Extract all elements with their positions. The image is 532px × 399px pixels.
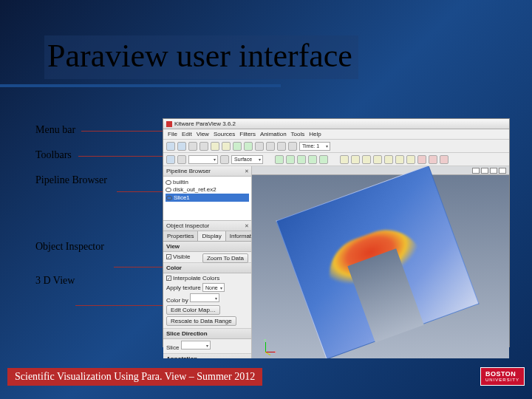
- representation-combo[interactable]: Surface: [231, 155, 263, 164]
- pipeline-item-label: builtin: [173, 179, 188, 185]
- section-annotation: Annotation: [163, 354, 251, 358]
- zoom-to-data-button[interactable]: Zoom To Data: [202, 253, 248, 263]
- rescale-button[interactable]: Rescale to Data Range: [166, 316, 236, 326]
- solid-color-icon[interactable]: [177, 155, 186, 164]
- texture-combo[interactable]: None: [202, 283, 225, 292]
- menu-filters[interactable]: Filters: [239, 131, 256, 137]
- array-combo[interactable]: [188, 155, 218, 164]
- undo-icon[interactable]: [211, 142, 219, 151]
- menu-bar[interactable]: File Edit View Sources Filters Animation…: [163, 129, 509, 140]
- slide-footer: Scientific Visualization Using Para. Vie…: [7, 368, 262, 386]
- slide-title: Paraview user interface: [44, 35, 358, 79]
- slice-icon[interactable]: [362, 155, 371, 164]
- color-legend-icon[interactable]: [166, 155, 175, 164]
- pipeline-item[interactable]: disk_out_ref.ex2: [166, 186, 249, 193]
- visible-checkbox[interactable]: [166, 254, 171, 259]
- rescale-icon[interactable]: [220, 155, 229, 164]
- menu-animation[interactable]: Animation: [260, 131, 287, 137]
- logo-sub: UNIVERSITY: [485, 378, 519, 382]
- visibility-icon[interactable]: [166, 188, 171, 192]
- glyph-icon[interactable]: [384, 155, 393, 164]
- time-combo[interactable]: Time: 1: [299, 142, 330, 151]
- maximize-icon[interactable]: [490, 168, 497, 174]
- window-titlebar[interactable]: Kitware ParaView 3.6.2: [163, 119, 509, 129]
- pipeline-item-label: disk_out_ref.ex2: [173, 186, 216, 193]
- save-icon[interactable]: [177, 142, 186, 151]
- clip-icon[interactable]: [351, 155, 360, 164]
- connector-line: [78, 156, 163, 157]
- label-toolbars: Toolbars: [35, 149, 117, 161]
- label-menu-bar: Menu bar: [35, 124, 117, 136]
- render-view-3d[interactable]: z x: [252, 166, 509, 358]
- group-icon[interactable]: [417, 155, 426, 164]
- pipeline-item-label: Slice1: [174, 194, 190, 201]
- pipeline-item-selected[interactable]: Slice1: [166, 194, 249, 202]
- interpolate-label: Interpolate Colors: [173, 275, 219, 282]
- menu-file[interactable]: File: [168, 131, 177, 137]
- simulation-geometry: [276, 166, 479, 358]
- pipeline-browser[interactable]: builtin disk_out_ref.ex2 Slice1: [163, 177, 251, 221]
- prev-frame-icon[interactable]: [266, 142, 275, 151]
- apply-texture-label: Apply texture: [166, 284, 201, 291]
- rotate-icon[interactable]: [319, 155, 328, 164]
- warp-icon[interactable]: [406, 155, 415, 164]
- tab-display[interactable]: Display: [198, 231, 225, 241]
- menu-edit[interactable]: Edit: [182, 131, 192, 137]
- split-h-icon[interactable]: [472, 168, 480, 174]
- menu-view[interactable]: View: [197, 131, 209, 137]
- pipeline-browser-title[interactable]: Pipeline Browser ✕: [163, 166, 251, 177]
- pipeline-item[interactable]: builtin: [166, 179, 249, 185]
- threshold-icon[interactable]: [373, 155, 382, 164]
- close-view-icon[interactable]: [499, 168, 506, 174]
- next-frame-icon[interactable]: [277, 142, 286, 151]
- toolbar-main: Time: 1: [163, 140, 509, 153]
- split-v-icon[interactable]: [481, 168, 488, 174]
- close-icon[interactable]: ✕: [245, 168, 249, 174]
- connect-icon[interactable]: [188, 142, 197, 151]
- axis-z-icon[interactable]: [297, 155, 306, 164]
- visible-label: Visible: [173, 253, 190, 260]
- stream-icon[interactable]: [395, 155, 404, 164]
- connector-line: [114, 267, 163, 267]
- visibility-icon[interactable]: [166, 196, 172, 200]
- inspector-title-text: Object Inspector: [166, 222, 209, 229]
- section-slice: Slice Direction: [163, 329, 251, 339]
- visibility-icon[interactable]: [166, 180, 171, 185]
- redo-icon[interactable]: [222, 142, 231, 151]
- axis-y-icon[interactable]: [286, 155, 295, 164]
- play-icon[interactable]: [233, 142, 242, 151]
- disconnect-icon[interactable]: [200, 142, 208, 151]
- bu-logo: BOSTON UNIVERSITY: [480, 367, 525, 386]
- connector-line: [117, 191, 163, 192]
- window-title-text: Kitware ParaView 3.6.2: [174, 120, 236, 127]
- interpolate-checkbox[interactable]: [166, 276, 171, 281]
- reset-camera-icon[interactable]: [308, 155, 317, 164]
- contour-icon[interactable]: [340, 155, 349, 164]
- tab-information[interactable]: Information: [226, 231, 251, 241]
- left-panel: Pipeline Browser ✕ builtin disk_out_ref.…: [163, 166, 252, 358]
- last-frame-icon[interactable]: [288, 142, 297, 151]
- slice-combo[interactable]: [181, 341, 211, 349]
- toolbar-representation: Surface: [163, 153, 509, 166]
- menu-tools[interactable]: Tools: [291, 131, 305, 137]
- title-underline: [0, 84, 281, 87]
- slice-label: Slice: [166, 344, 179, 351]
- inspector-tabs: Properties Display Information: [163, 231, 251, 242]
- calculator-icon[interactable]: [440, 155, 449, 164]
- menu-help[interactable]: Help: [309, 131, 321, 137]
- section-color: Color: [163, 263, 251, 273]
- label-pipeline-browser: Pipeline Browser: [35, 174, 117, 186]
- object-inspector-title[interactable]: Object Inspector ✕: [163, 221, 251, 231]
- color-by-combo[interactable]: [190, 293, 219, 302]
- view-toolbar: [252, 166, 509, 175]
- close-icon[interactable]: ✕: [245, 223, 249, 229]
- edit-colormap-button[interactable]: Edit Color Map…: [166, 305, 220, 315]
- open-icon[interactable]: [166, 142, 175, 151]
- loop-icon[interactable]: [244, 142, 253, 151]
- extract-icon[interactable]: [429, 155, 437, 164]
- axis-x-icon[interactable]: [275, 155, 284, 164]
- paraview-window: Kitware ParaView 3.6.2 File Edit View So…: [163, 118, 510, 347]
- tab-properties[interactable]: Properties: [163, 231, 198, 241]
- first-frame-icon[interactable]: [255, 142, 264, 151]
- menu-sources[interactable]: Sources: [214, 131, 235, 137]
